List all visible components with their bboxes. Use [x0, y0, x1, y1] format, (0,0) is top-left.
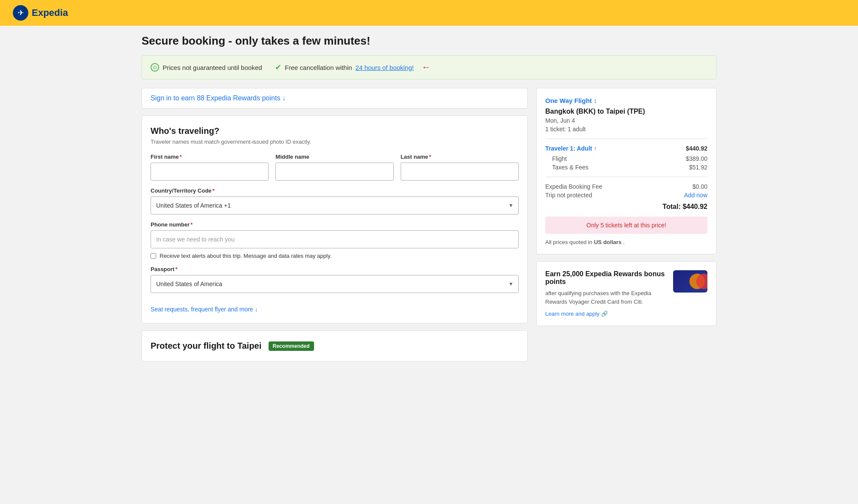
logo-container: ✈ Expedia [13, 5, 68, 21]
last-name-group: Last name* [401, 154, 519, 181]
traveler-header: Traveler 1: Adult ↑ $440.92 [545, 145, 707, 152]
phone-label: Phone number* [151, 221, 519, 228]
first-name-input[interactable] [151, 163, 269, 181]
page-title: Secure booking - only takes a few minute… [142, 34, 716, 48]
credit-card-image [673, 270, 707, 293]
flight-date: Mon, Jun 4 [545, 117, 707, 124]
booking-fee-label: Expedia Booking Fee [545, 183, 602, 190]
country-code-group: Country/Territory Code* United States of… [151, 187, 519, 214]
country-code-select[interactable]: United States of America +1 [151, 196, 519, 214]
summary-card: One Way Flight ↕ Bangkok (BKK) to Taipei… [536, 88, 716, 254]
price-warning-text: Prices not guaranteed until booked [163, 64, 262, 71]
taxes-label: Taxes & Fees [552, 164, 589, 171]
required-star-country: * [212, 187, 214, 194]
flight-price-value: $389.00 [686, 155, 707, 162]
middle-name-group: Middle name [275, 154, 393, 181]
required-star: * [180, 154, 182, 160]
first-name-label: First name* [151, 154, 269, 160]
rewards-apply-link[interactable]: Learn more and apply 🔗 [545, 311, 608, 317]
total-label: Total: [662, 203, 680, 211]
trip-protection-row: Trip not protected Add now [545, 192, 707, 199]
rewards-content: Earn 25,000 Expedia Rewards bonus points… [545, 270, 667, 317]
rewards-card-description: after qualifying purchases with the Expe… [545, 289, 667, 306]
content-layout: Sign in to earn 88 Expedia Rewards point… [142, 88, 716, 362]
total-row: Total: $440.92 [545, 203, 707, 211]
price-warning-item: ⊙ Prices not guaranteed until booked [151, 63, 262, 72]
first-name-group: First name* [151, 154, 269, 181]
required-star-phone: * [190, 221, 193, 228]
name-row: First name* Middle name Last name* [151, 154, 519, 181]
country-code-select-wrapper: United States of America +1 [151, 196, 519, 214]
protect-title: Protect your flight to Taipei [151, 341, 262, 351]
required-star-last: * [429, 154, 431, 160]
rewards-card-title: Earn 25,000 Expedia Rewards bonus points [545, 270, 667, 286]
text-alerts-label: Receive text alerts about this trip. Mes… [160, 253, 332, 259]
right-column: One Way Flight ↕ Bangkok (BKK) to Taipei… [536, 88, 716, 326]
main-container: Secure booking - only takes a few minute… [129, 26, 729, 370]
taxes-value: $51.92 [689, 164, 707, 171]
country-code-label: Country/Territory Code* [151, 187, 519, 194]
cancellation-item: ✔ Free cancellation within 24 hours of b… [275, 62, 431, 73]
seat-requests-link[interactable]: Seat requests, frequent flyer and more ↓ [151, 306, 258, 313]
text-alerts-checkbox[interactable] [151, 253, 156, 259]
total-price: $440.92 [683, 203, 707, 211]
passport-group: Passport* United States of America [151, 266, 519, 293]
taxes-row: Taxes & Fees $51.92 [545, 164, 707, 171]
passport-select[interactable]: United States of America [151, 275, 519, 293]
middle-name-input[interactable] [275, 163, 393, 181]
trip-protection-label: Trip not protected [545, 192, 592, 199]
flight-type-label: One Way Flight ↕ [545, 97, 707, 104]
whos-traveling-title: Who's traveling? [151, 126, 519, 136]
expedia-logo-text: Expedia [32, 7, 68, 18]
protect-flight-section: Protect your flight to Taipei Recommende… [142, 330, 528, 362]
last-name-input[interactable] [401, 163, 519, 181]
traveler-form-section: Who's traveling? Traveler names must mat… [142, 115, 528, 323]
flight-tickets: 1 ticket: 1 adult [545, 126, 707, 133]
last-name-label: Last name* [401, 154, 519, 160]
required-star-passport: * [175, 266, 178, 272]
middle-name-label: Middle name [275, 154, 393, 160]
cancellation-text: Free cancellation within [285, 64, 352, 71]
booking-fee-value: $0.00 [692, 183, 707, 190]
currency-note: All prices quoted in US dollars . [545, 239, 707, 245]
flight-price-row: Flight $389.00 [545, 155, 707, 162]
traveler-amount: $440.92 [686, 145, 707, 152]
passport-label: Passport* [151, 266, 519, 272]
expedia-logo-icon: ✈ [13, 5, 28, 21]
add-now-link[interactable]: Add now [684, 192, 707, 199]
rewards-bar: Sign in to earn 88 Expedia Rewards point… [142, 88, 528, 109]
traveler-label[interactable]: Traveler 1: Adult ↑ [545, 145, 597, 152]
text-alerts-row: Receive text alerts about this trip. Mes… [151, 253, 519, 259]
divider-2 [545, 177, 707, 177]
flight-price-label: Flight [552, 155, 567, 162]
site-header: ✈ Expedia [0, 0, 858, 26]
currency-highlight: US dollars [594, 239, 621, 245]
clock-icon: ⊙ [151, 63, 159, 72]
flight-route: Bangkok (BKK) to Taipei (TPE) [545, 108, 707, 115]
left-column: Sign in to earn 88 Expedia Rewards point… [142, 88, 528, 362]
sign-in-rewards-link[interactable]: Sign in to earn 88 Expedia Rewards point… [151, 94, 286, 102]
check-icon: ✔ [275, 63, 281, 72]
form-subtitle: Traveler names must match government-iss… [151, 139, 519, 145]
info-banner: ⊙ Prices not guaranteed until booked ✔ F… [142, 55, 716, 79]
divider-1 [545, 139, 707, 139]
phone-group: Phone number* [151, 221, 519, 248]
urgency-banner: Only 5 tickets left at this price! [545, 217, 707, 234]
booking-fee-row: Expedia Booking Fee $0.00 [545, 183, 707, 190]
recommended-badge: Recommended [269, 341, 314, 351]
cancellation-link[interactable]: 24 hours of booking! [356, 64, 414, 71]
rewards-card: Earn 25,000 Expedia Rewards bonus points… [536, 261, 716, 326]
phone-input[interactable] [151, 230, 519, 248]
passport-select-wrapper: United States of America [151, 275, 519, 293]
arrow-right-icon: ← [422, 62, 431, 73]
